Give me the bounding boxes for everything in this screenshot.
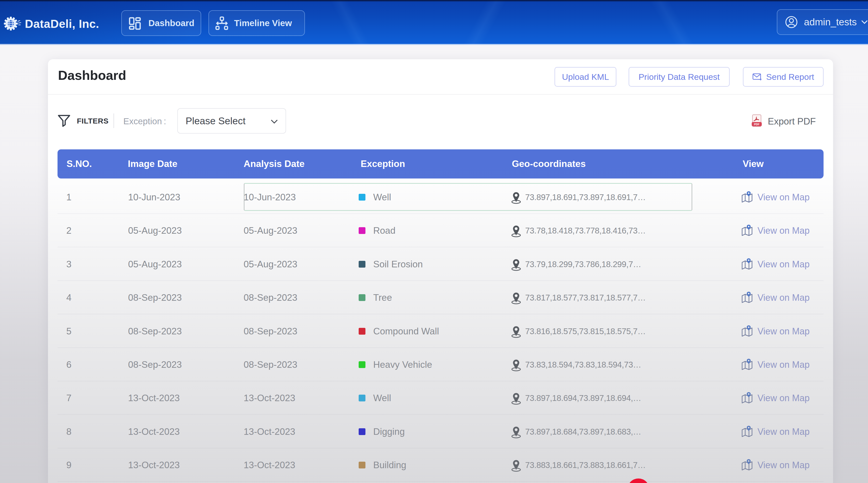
svg-text:PDF: PDF [754, 123, 760, 126]
